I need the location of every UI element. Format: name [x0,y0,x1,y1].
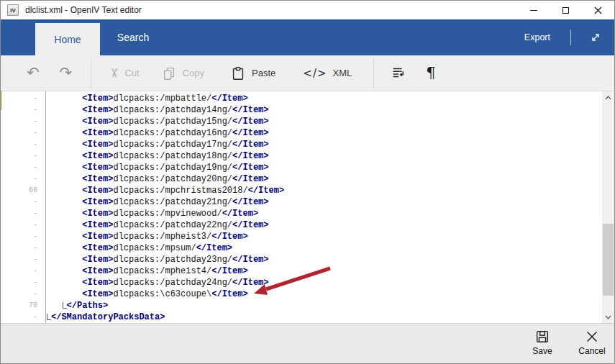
code-line[interactable]: - <Item>dlcpacks:/patchday18ng/</Item> [1,150,602,162]
xml-label: XML [333,68,352,78]
copy-button[interactable]: Copy [161,65,204,81]
minimize-icon [530,10,537,11]
expand-icon[interactable] [590,32,601,43]
line-number: - [1,208,45,219]
paste-button[interactable]: Paste [230,65,275,81]
code-line[interactable]: - <Item>dlcpacks:/patchday17ng/</Item> [1,139,602,150]
scrollbar-thumb[interactable] [603,224,614,296]
close-icon [594,6,602,14]
line-number: - [1,288,45,300]
maximize-icon [562,7,569,14]
toolbar-divider [91,58,91,88]
editor-lines: - <Item>dlcpacks:/mpbattle/</Item>- <Ite… [1,93,602,323]
code-line[interactable]: - <Item>dlcpacks:/patchday21ng/</Item> [1,196,602,208]
code-text: </SMandatoryPacksData> [45,311,165,323]
code-line[interactable]: -</SMandatoryPacksData> [1,311,602,323]
line-number: - [1,231,45,242]
paste-label: Paste [252,68,275,78]
code-text: <Item>dlcpacks:/mpheist3/</Item> [45,231,248,242]
code-line[interactable]: - <Item>dlcpacks:/patchday23ng/</Item> [1,254,602,265]
window-controls [517,1,614,19]
line-number: - [1,254,45,265]
tab-search-label: Search [117,32,149,43]
code-line[interactable]: - <Item>dlcpacks:/patchday14ng/</Item> [1,104,602,116]
code-text: <Item>dlcpacks:/patchday23ng/</Item> [45,254,269,265]
cut-icon: ✂ [108,68,120,78]
code-line[interactable]: - <Item>dlcpacks:/patchday22ng/</Item> [1,219,602,231]
line-number: - [1,150,45,162]
close-button[interactable] [582,1,614,19]
code-line[interactable]: 60 <Item>dlcpacks:/mpchristmas2018/</Ite… [1,185,602,196]
copy-icon [161,65,177,81]
chevron-down-icon [605,315,611,319]
export-button[interactable]: Export [524,32,550,42]
code-text: <Item>dlcpacks:/mpheist4/</Item> [45,265,248,277]
tab-search[interactable]: Search [100,19,166,55]
footer-bar: Save Cancel [1,323,614,364]
toolbar: ↶ ↷ ✂ Cut Copy Paste </> XML [1,55,614,91]
fold-bracket[interactable] [47,314,51,320]
code-text: <Item>dlcpacks:/patchday20ng/</Item> [45,173,269,185]
code-text: <Item>dlcpacks:/mpbattle/</Item> [45,93,248,104]
code-line[interactable]: - <Item>dlcpacks:/mpheist4/</Item> [1,265,602,277]
save-label: Save [532,346,552,356]
save-button[interactable]: Save [524,329,561,362]
code-text: <Item>dlcpacks:/patchday21ng/</Item> [45,196,269,208]
code-text: </Paths> [45,300,108,311]
xml-editor[interactable]: - <Item>dlcpacks:/mpbattle/</Item>- <Ite… [1,91,614,323]
line-number: - [1,139,45,150]
xml-button[interactable]: </> XML [303,67,352,80]
maximize-button[interactable] [550,1,582,19]
scroll-down-button[interactable] [602,311,614,323]
formatting-marks-button[interactable]: ¶ [426,65,435,81]
line-number: - [1,173,45,185]
code-brackets-icon: </> [303,67,327,80]
code-line[interactable]: - <Item>dlcpacks:/mpbattle/</Item> [1,93,602,104]
code-line[interactable]: - <Item>dlcpacks:/patchday24ng/</Item> [1,277,602,288]
cut-button[interactable]: ✂ Cut [109,67,139,79]
vertical-scrollbar[interactable] [602,91,614,323]
code-text: <Item>dlcpacks:/patchday22ng/</Item> [45,219,269,231]
line-number: - [1,127,45,139]
code-text: <Item>dlcpacks:/patchday17ng/</Item> [45,139,269,150]
scroll-up-button[interactable] [602,91,614,104]
line-number: - [1,93,45,104]
ribbon: Home Search Export [1,19,614,55]
redo-button[interactable]: ↷ [60,65,73,81]
cancel-button[interactable]: Cancel [573,329,611,362]
line-number: - [1,116,45,127]
cancel-label: Cancel [578,346,605,356]
openiv-text-editor-window: IV dlclist.xml - OpenIV Text editor Home… [0,0,615,364]
code-text: <Item>dlcpacks:/patchday14ng/</Item> [45,104,269,116]
code-line[interactable]: - <Item>dlcpacks:/patchday19ng/</Item> [1,162,602,173]
pilcrow-icon: ¶ [426,65,435,81]
undo-button[interactable]: ↶ [27,65,40,81]
code-text: <Item>dlcpacks:/patchday24ng/</Item> [45,277,269,288]
code-line[interactable]: - <Item>dlcpacks:/patchday20ng/</Item> [1,173,602,185]
undo-icon: ↶ [27,65,40,81]
line-number: - [1,265,45,277]
code-line[interactable]: 70 </Paths> [1,300,602,311]
cut-label: Cut [124,68,139,78]
save-icon [534,329,550,345]
line-number: - [1,219,45,231]
code-line[interactable]: - <Item>dlcpacks:/patchday16ng/</Item> [1,127,602,139]
code-line[interactable]: - <Item>dlcpacks:/mpvinewood/</Item> [1,208,602,219]
code-text: <Item>dlcpacks:/mpchristmas2018/</Item> [45,185,284,196]
paste-icon [230,65,246,81]
tab-home[interactable]: Home [35,23,100,55]
window-title: dlclist.xml - OpenIV Text editor [25,5,142,15]
line-number: 70 [1,300,45,311]
line-number: - [1,196,45,208]
code-line[interactable]: - <Item>dlcpacks:\c63coupe\</Item> [1,288,602,300]
word-wrap-button[interactable] [390,65,406,81]
code-line[interactable]: - <Item>dlcpacks:/mpheist3/</Item> [1,231,602,242]
code-line[interactable]: - <Item>dlcpacks:/mpsum/</Item> [1,242,602,254]
tab-home-label: Home [54,34,81,45]
code-line[interactable]: - <Item>dlcpacks:/patchday15ng/</Item> [1,116,602,127]
code-text: <Item>dlcpacks:/patchday19ng/</Item> [45,162,269,173]
minimize-button[interactable] [517,1,550,19]
fold-bracket[interactable] [63,302,67,309]
line-number: - [1,311,45,323]
line-number: - [1,104,45,116]
